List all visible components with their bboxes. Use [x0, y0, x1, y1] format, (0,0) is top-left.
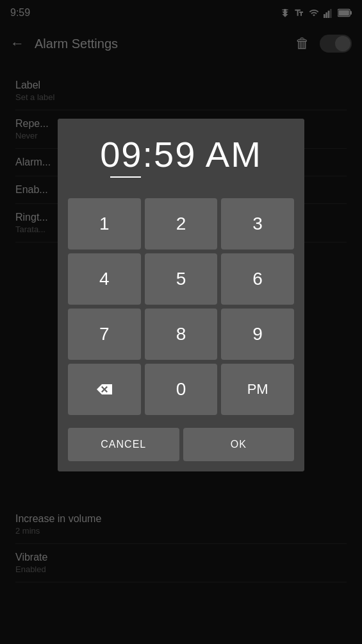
- cancel-button[interactable]: CANCEL: [68, 428, 179, 461]
- key-6[interactable]: 6: [221, 253, 294, 305]
- key-0[interactable]: 0: [145, 364, 218, 415]
- key-pm[interactable]: PM: [221, 364, 294, 415]
- key-8[interactable]: 8: [145, 309, 218, 360]
- key-2[interactable]: 2: [145, 198, 218, 250]
- keypad: 1 2 3 4 5 6 7 8 9 0 PM: [58, 191, 304, 423]
- time-value: 09:59 AM: [70, 137, 292, 173]
- time-picker-dialog: 09:59 AM 1 2 3 4 5 6 7 8 9 0 PM CANCEL O…: [58, 119, 304, 471]
- ok-button[interactable]: OK: [183, 428, 295, 461]
- backspace-icon: [94, 382, 115, 397]
- key-7[interactable]: 7: [68, 309, 141, 360]
- key-3[interactable]: 3: [221, 198, 294, 250]
- key-1[interactable]: 1: [68, 198, 141, 250]
- key-9[interactable]: 9: [221, 309, 294, 360]
- time-underline: [110, 176, 141, 178]
- key-5[interactable]: 5: [145, 253, 218, 305]
- dialog-actions: CANCEL OK: [58, 423, 304, 471]
- time-display: 09:59 AM: [58, 119, 304, 191]
- key-backspace[interactable]: [68, 364, 141, 415]
- key-4[interactable]: 4: [68, 253, 141, 305]
